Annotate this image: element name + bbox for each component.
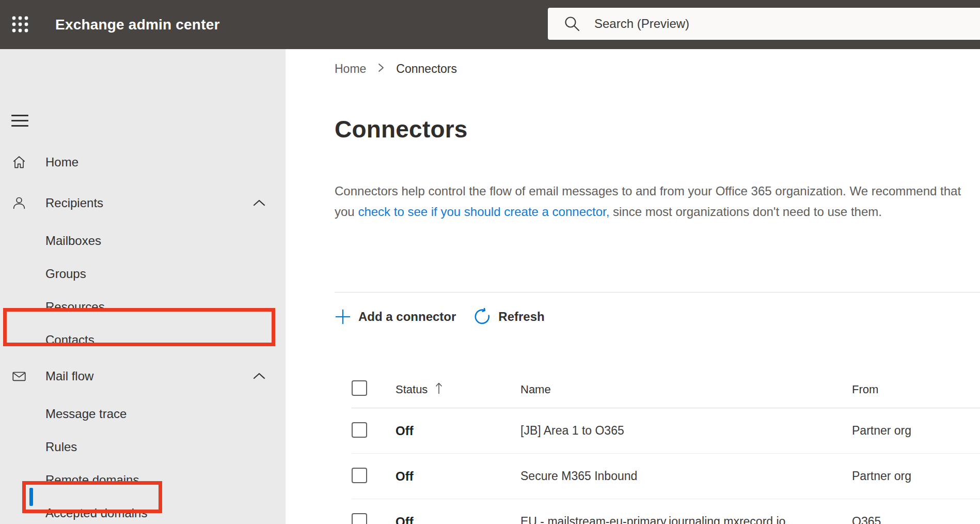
sidebar-item-label: Contacts (45, 333, 94, 347)
column-header-from[interactable]: From (852, 383, 980, 396)
cell-status: Off (396, 469, 520, 484)
sidebar-item-label: Remote domains (45, 473, 139, 487)
main-content: Home Connectors Connectors Connectors he… (286, 49, 980, 524)
breadcrumb-current: Connectors (396, 62, 457, 76)
breadcrumb-home-link[interactable]: Home (335, 62, 366, 76)
cell-status: Off (396, 515, 520, 524)
page-title: Connectors (335, 115, 468, 143)
exchange-admin-center-window: Exchange admin center Home (0, 0, 980, 524)
row-select-cell (352, 468, 396, 485)
sidebar-item-label: Resources (45, 300, 105, 314)
column-header-name[interactable]: Name (520, 383, 852, 396)
sidebar-item-remote-domains[interactable]: Remote domains (0, 465, 286, 495)
select-all-checkbox[interactable] (352, 380, 367, 396)
column-header-label: Status (396, 383, 428, 396)
row-checkbox[interactable] (352, 422, 367, 438)
connectors-table: Status Name From Off [JB] Area 1 to O365… (352, 371, 980, 524)
select-all-cell (352, 380, 396, 399)
cell-name: [JB] Area 1 to O365 (520, 424, 852, 438)
table-row[interactable]: Off EU - mailstream-eu-primary.journalin… (352, 499, 980, 524)
sidebar-item-recipients[interactable]: Recipients (0, 188, 286, 218)
breadcrumb: Home Connectors (335, 59, 457, 78)
plus-icon (335, 309, 351, 325)
sidebar-item-accepted-domains[interactable]: Accepted domains (0, 498, 286, 524)
search-icon (563, 15, 581, 33)
sidebar-item-label: Recipients (45, 196, 103, 210)
sidebar-item-label: Mailboxes (45, 234, 101, 248)
sidebar-item-message-trace[interactable]: Message trace (0, 399, 286, 429)
toolbar-divider (335, 292, 980, 292)
add-connector-label: Add a connector (358, 310, 456, 324)
sidebar-item-label: Home (45, 155, 78, 169)
person-icon (11, 195, 27, 211)
left-navigation: Home Recipients Mailboxes Groups Resourc… (0, 49, 286, 524)
app-launcher-button[interactable] (5, 7, 35, 41)
global-search-box[interactable] (548, 8, 980, 40)
refresh-button[interactable]: Refresh (473, 308, 544, 326)
sidebar-item-label: Accepted domains (45, 506, 147, 520)
table-row[interactable]: Off [JB] Area 1 to O365 Partner org (352, 408, 980, 454)
top-app-bar: Exchange admin center (0, 0, 980, 49)
cell-from: Partner org (852, 424, 980, 438)
nav-collapse-button[interactable] (10, 111, 31, 130)
row-select-cell (352, 513, 396, 524)
table-header-row: Status Name From (352, 371, 980, 408)
waffle-icon (12, 16, 28, 33)
hamburger-icon (10, 115, 31, 127)
selected-item-indicator (29, 488, 33, 506)
cell-name: EU - mailstream-eu-primary.journaling.mx… (520, 515, 852, 524)
refresh-icon (473, 308, 491, 326)
sidebar-item-groups[interactable]: Groups (0, 259, 286, 289)
sidebar-item-mail-flow[interactable]: Mail flow (0, 361, 286, 391)
column-header-status[interactable]: Status (396, 381, 520, 398)
sidebar-item-label: Rules (45, 440, 77, 454)
chevron-up-icon (252, 198, 266, 208)
row-checkbox[interactable] (352, 468, 367, 483)
sidebar-item-label: Mail flow (45, 369, 93, 383)
sidebar-item-home[interactable]: Home (0, 147, 286, 177)
add-connector-button[interactable]: Add a connector (335, 309, 456, 325)
cell-from: O365 (852, 515, 980, 524)
app-title: Exchange admin center (55, 0, 220, 49)
description-text-after: since most organizations don't need to u… (609, 205, 882, 219)
sidebar-item-contacts[interactable]: Contacts (0, 325, 286, 355)
command-bar: Add a connector Refresh (335, 303, 562, 330)
refresh-label: Refresh (498, 310, 544, 324)
sort-ascending-icon (435, 381, 443, 398)
chevron-right-icon (377, 62, 385, 76)
sidebar-item-rules[interactable]: Rules (0, 432, 286, 462)
check-create-connector-link[interactable]: check to see if you should create a conn… (358, 205, 609, 219)
sidebar-item-label: Groups (45, 267, 86, 281)
sidebar-item-mailboxes[interactable]: Mailboxes (0, 226, 286, 256)
row-select-cell (352, 422, 396, 440)
home-icon (11, 155, 27, 170)
sidebar-item-resources[interactable]: Resources (0, 292, 286, 322)
cell-name: Secure M365 Inbound (520, 469, 852, 483)
row-checkbox[interactable] (352, 513, 367, 524)
page-description: Connectors help control the flow of emai… (335, 181, 966, 222)
cell-status: Off (396, 424, 520, 438)
table-row[interactable]: Off Secure M365 Inbound Partner org (352, 454, 980, 499)
search-input[interactable] (594, 17, 904, 31)
chevron-up-icon (252, 372, 266, 381)
sidebar-item-label: Message trace (45, 407, 127, 421)
mail-icon (11, 368, 27, 384)
cell-from: Partner org (852, 469, 980, 483)
